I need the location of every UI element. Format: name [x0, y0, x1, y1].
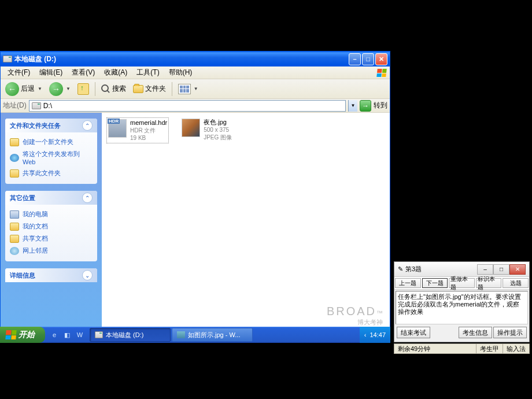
file-list[interactable]: memerial.hdr HDR 文件 19 KB 夜色.jpg 500 x 3…	[102, 113, 390, 334]
toolbar: ← 后退 ▼ → ▼ 搜索 文件夹 ▼	[1, 79, 390, 99]
expand-icon[interactable]: ⌄	[82, 270, 93, 280]
menu-favorites[interactable]: 收藏(A)	[99, 66, 132, 79]
exam-status-bar: 剩余49分钟 考生甲 输入法	[394, 343, 530, 354]
quiz-maximize-button[interactable]: □	[493, 264, 509, 275]
drive-icon	[3, 54, 12, 64]
explorer-window: 本地磁盘 (D:) – □ ✕ 文件(F) 编辑(E) 查看(V) 收藏(A) …	[0, 51, 390, 334]
file-item[interactable]: 夜色.jpg 500 x 375 JPEG 图像	[180, 117, 233, 142]
globe-icon	[10, 154, 19, 162]
end-exam-button[interactable]: 结束考试	[397, 327, 430, 338]
link-network[interactable]: 网上邻居	[10, 245, 93, 257]
file-name: memerial.hdr	[130, 119, 167, 127]
back-button[interactable]: ← 后退 ▼	[3, 81, 45, 97]
start-label: 开始	[19, 330, 35, 340]
task-new-folder[interactable]: 创建一个新文件夹	[10, 136, 93, 148]
task-share-folder[interactable]: 共享此文件夹	[10, 167, 93, 179]
address-input[interactable]: D:\	[29, 100, 346, 112]
quiz-footer: 结束考试 考生信息 操作提示	[394, 326, 529, 339]
file-dimensions: 500 x 375	[204, 126, 232, 134]
file-size: 19 KB	[130, 134, 167, 142]
collapse-icon[interactable]: ⌃	[82, 193, 93, 203]
tasks-title: 文件和文件夹任务	[10, 121, 61, 130]
mark-question-button[interactable]: 标识本题	[476, 278, 502, 288]
folder-icon	[133, 85, 143, 93]
taskbar-item-explorer[interactable]: 本地磁盘 (D:)	[90, 328, 171, 342]
quiz-close-button[interactable]: ✕	[509, 264, 526, 275]
tasks-header[interactable]: 文件和文件夹任务 ⌃	[5, 119, 97, 132]
address-dropdown[interactable]: ▼	[348, 100, 357, 112]
clock: 14:47	[370, 331, 386, 338]
file-meta: HDR 文件	[130, 127, 167, 134]
details-panel: 详细信息 ⌄	[5, 268, 97, 282]
computer-icon	[10, 210, 19, 219]
word-icon[interactable]: W	[74, 329, 86, 341]
menu-tools[interactable]: 工具(T)	[132, 66, 164, 79]
menu-edit[interactable]: 编辑(E)	[35, 66, 67, 79]
drive-icon	[95, 331, 103, 338]
taskbar: 开始 e ◧ W 本地磁盘 (D:) 如图所示.jpg - W... ‹ 14:…	[0, 327, 390, 343]
link-my-computer[interactable]: 我的电脑	[10, 208, 93, 220]
hint-button[interactable]: 操作提示	[493, 327, 527, 338]
maximize-button[interactable]: □	[362, 53, 374, 65]
minimize-button[interactable]: –	[349, 53, 361, 65]
back-label: 后退	[21, 84, 35, 94]
address-value: D:\	[43, 102, 52, 110]
start-button[interactable]: 开始	[0, 327, 45, 343]
up-button[interactable]	[75, 82, 91, 96]
redo-question-button[interactable]: 重做本题	[449, 278, 475, 288]
quiz-body[interactable]: 任务栏上"如图所示.jpg"的对话框。要求设置完成后必须双击名为memerial…	[396, 291, 528, 324]
addressbar: 地址(D) D:\ ▼ → 转到	[1, 99, 390, 113]
views-button[interactable]: ▼	[176, 83, 201, 95]
close-button[interactable]: ✕	[375, 53, 387, 65]
windows-logo-icon	[375, 66, 389, 79]
search-button[interactable]: 搜索	[99, 83, 128, 95]
prev-question-button[interactable]: 上一题	[395, 278, 421, 288]
drive-icon	[32, 102, 41, 109]
watermark: BROAD™ 博大考神	[327, 305, 383, 327]
menu-help[interactable]: 帮助(H)	[164, 66, 197, 79]
details-header[interactable]: 详细信息 ⌄	[5, 268, 97, 282]
toolbar-separator	[172, 82, 172, 96]
other-places-panel: 其它位置 ⌃ 我的电脑 我的文档 共享文档 网上邻居	[5, 191, 97, 261]
quiz-minimize-button[interactable]: –	[477, 264, 493, 275]
tray-chevron-icon[interactable]: ‹	[364, 331, 367, 338]
show-desktop-icon[interactable]: ◧	[61, 329, 73, 341]
collapse-icon[interactable]: ⌃	[82, 120, 93, 131]
ime-status[interactable]: 输入法	[503, 344, 529, 353]
search-icon	[101, 84, 110, 94]
quiz-nav: 上一题 下一题 重做本题 标识本题 选题	[394, 277, 529, 290]
file-name: 夜色.jpg	[204, 119, 232, 126]
tasks-panel: 文件和文件夹任务 ⌃ 创建一个新文件夹 将这个文件夹发布到 Web 共享此文件夹	[5, 119, 97, 184]
next-question-button[interactable]: 下一题	[422, 278, 448, 288]
other-places-header[interactable]: 其它位置 ⌃	[5, 191, 97, 205]
network-icon	[10, 247, 19, 255]
menubar: 文件(F) 编辑(E) 查看(V) 收藏(A) 工具(T) 帮助(H)	[1, 66, 390, 79]
jpg-file-icon	[182, 119, 200, 137]
link-shared-docs[interactable]: 共享文档	[10, 232, 93, 245]
student-name: 考生甲	[476, 344, 503, 353]
taskbar-item-viewer[interactable]: 如图所示.jpg - W...	[172, 328, 253, 342]
folders-button[interactable]: 文件夹	[131, 83, 168, 95]
system-tray[interactable]: ‹ 14:47	[360, 327, 390, 343]
address-label: 地址(D)	[3, 101, 27, 110]
folder-icon	[10, 235, 19, 243]
side-panel: 文件和文件夹任务 ⌃ 创建一个新文件夹 将这个文件夹发布到 Web 共享此文件夹…	[1, 113, 102, 334]
go-button[interactable]: →	[360, 100, 371, 112]
quiz-title: 第3题	[405, 265, 475, 274]
select-question-button[interactable]: 选题	[503, 278, 529, 288]
link-my-documents[interactable]: 我的文档	[10, 220, 93, 232]
forward-button[interactable]: → ▼	[47, 81, 73, 97]
student-info-button[interactable]: 考生信息	[459, 327, 492, 338]
views-icon	[178, 84, 191, 94]
file-item[interactable]: memerial.hdr HDR 文件 19 KB	[106, 117, 169, 143]
forward-arrow-icon: →	[49, 82, 63, 96]
task-publish-web[interactable]: 将这个文件夹发布到 Web	[10, 148, 93, 167]
ie-icon[interactable]: e	[49, 329, 60, 341]
menu-view[interactable]: 查看(V)	[67, 66, 99, 79]
menu-file[interactable]: 文件(F)	[3, 66, 35, 79]
folder-icon	[10, 223, 19, 231]
titlebar[interactable]: 本地磁盘 (D:) – □ ✕	[1, 51, 390, 66]
chevron-down-icon: ▼	[66, 86, 71, 91]
window-title: 本地磁盘 (D:)	[14, 54, 349, 64]
folders-label: 文件夹	[145, 84, 166, 94]
